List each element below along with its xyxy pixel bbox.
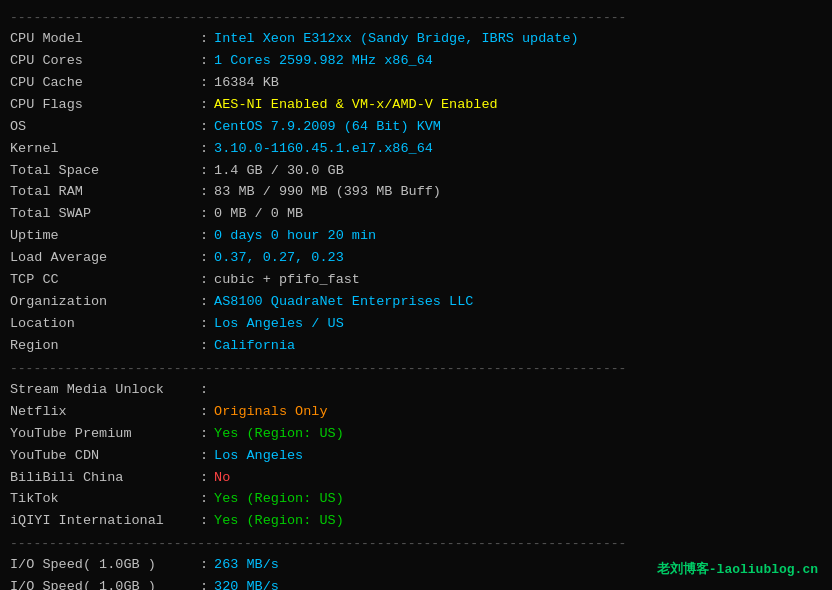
row-colon: : <box>200 270 208 291</box>
stream-colon: : <box>200 380 208 401</box>
row-label: Total Space <box>10 161 200 182</box>
table-row: I/O Speed( 1.0GB ):320 MB/s <box>10 577 822 590</box>
row-colon: : <box>200 292 208 313</box>
table-row: CPU Cores:1 Cores 2599.982 MHz x86_64 <box>10 51 822 72</box>
row-value: No <box>214 468 230 489</box>
table-row: Total RAM:83 MB / 990 MB (393 MB Buff) <box>10 182 822 203</box>
row-value: Intel Xeon E312xx (Sandy Bridge, IBRS up… <box>214 29 579 50</box>
row-label: I/O Speed( 1.0GB ) <box>10 555 200 576</box>
table-row: BiliBili China:No <box>10 468 822 489</box>
divider-top: ----------------------------------------… <box>10 10 822 25</box>
row-label: OS <box>10 117 200 138</box>
row-colon: : <box>200 402 208 423</box>
row-label: CPU Model <box>10 29 200 50</box>
row-value: AES-NI Enabled & VM-x/AMD-V Enabled <box>214 95 498 116</box>
row-label: YouTube CDN <box>10 446 200 467</box>
row-value: Yes (Region: US) <box>214 424 344 445</box>
row-colon: : <box>200 182 208 203</box>
table-row: YouTube Premium:Yes (Region: US) <box>10 424 822 445</box>
row-colon: : <box>200 446 208 467</box>
table-row: Organization:AS8100 QuadraNet Enterprise… <box>10 292 822 313</box>
row-value: 83 MB / 990 MB (393 MB Buff) <box>214 182 441 203</box>
row-label: Location <box>10 314 200 335</box>
row-colon: : <box>200 468 208 489</box>
row-label: Netflix <box>10 402 200 423</box>
row-value: Originals Only <box>214 402 327 423</box>
row-colon: : <box>200 248 208 269</box>
table-row: Uptime:0 days 0 hour 20 min <box>10 226 822 247</box>
row-colon: : <box>200 51 208 72</box>
row-value: AS8100 QuadraNet Enterprises LLC <box>214 292 473 313</box>
row-value: 0 days 0 hour 20 min <box>214 226 376 247</box>
row-value: Los Angeles <box>214 446 303 467</box>
row-value: 0.37, 0.27, 0.23 <box>214 248 344 269</box>
row-colon: : <box>200 73 208 94</box>
row-label: TikTok <box>10 489 200 510</box>
row-colon: : <box>200 336 208 357</box>
row-label: CPU Cache <box>10 73 200 94</box>
table-row: TikTok:Yes (Region: US) <box>10 489 822 510</box>
row-label: I/O Speed( 1.0GB ) <box>10 577 200 590</box>
table-row: Netflix:Originals Only <box>10 402 822 423</box>
row-colon: : <box>200 424 208 445</box>
row-value: 16384 KB <box>214 73 279 94</box>
table-row: CPU Model:Intel Xeon E312xx (Sandy Bridg… <box>10 29 822 50</box>
row-colon: : <box>200 489 208 510</box>
row-value: cubic + pfifo_fast <box>214 270 360 291</box>
row-label: Total RAM <box>10 182 200 203</box>
row-colon: : <box>200 577 208 590</box>
row-value: Los Angeles / US <box>214 314 344 335</box>
table-row: Kernel:3.10.0-1160.45.1.el7.x86_64 <box>10 139 822 160</box>
stream-label: Stream Media Unlock <box>10 380 200 401</box>
row-value: 1.4 GB / 30.0 GB <box>214 161 344 182</box>
row-label: Region <box>10 336 200 357</box>
row-label: iQIYI International <box>10 511 200 532</box>
row-colon: : <box>200 117 208 138</box>
system-section: ----------------------------------------… <box>10 10 822 376</box>
table-row: iQIYI International:Yes (Region: US) <box>10 511 822 532</box>
row-label: CPU Cores <box>10 51 200 72</box>
row-value: Yes (Region: US) <box>214 511 344 532</box>
row-colon: : <box>200 226 208 247</box>
stream-header-row: Stream Media Unlock : <box>10 380 822 401</box>
table-row: CPU Flags:AES-NI Enabled & VM-x/AMD-V En… <box>10 95 822 116</box>
row-colon: : <box>200 555 208 576</box>
media-section: Stream Media Unlock : Netflix:Originals … <box>10 380 822 551</box>
table-row: Region:California <box>10 336 822 357</box>
row-value: 320 MB/s <box>214 577 279 590</box>
row-colon: : <box>200 139 208 160</box>
table-row: TCP CC:cubic + pfifo_fast <box>10 270 822 291</box>
row-value: 1 Cores 2599.982 MHz x86_64 <box>214 51 433 72</box>
divider-mid1: ----------------------------------------… <box>10 361 822 376</box>
row-label: YouTube Premium <box>10 424 200 445</box>
row-label: Total SWAP <box>10 204 200 225</box>
media-rows: Netflix:Originals OnlyYouTube Premium:Ye… <box>10 402 822 533</box>
row-label: Kernel <box>10 139 200 160</box>
row-value: CentOS 7.9.2009 (64 Bit) KVM <box>214 117 441 138</box>
row-value: California <box>214 336 295 357</box>
table-row: Total SWAP:0 MB / 0 MB <box>10 204 822 225</box>
table-row: Location:Los Angeles / US <box>10 314 822 335</box>
row-colon: : <box>200 95 208 116</box>
table-row: OS:CentOS 7.9.2009 (64 Bit) KVM <box>10 117 822 138</box>
row-colon: : <box>200 29 208 50</box>
row-label: BiliBili China <box>10 468 200 489</box>
row-label: Uptime <box>10 226 200 247</box>
row-colon: : <box>200 511 208 532</box>
table-row: Load Average:0.37, 0.27, 0.23 <box>10 248 822 269</box>
row-label: CPU Flags <box>10 95 200 116</box>
watermark: 老刘博客-laoliublog.cn <box>657 560 818 578</box>
table-row: CPU Cache:16384 KB <box>10 73 822 94</box>
row-value: 3.10.0-1160.45.1.el7.x86_64 <box>214 139 433 160</box>
row-value: 0 MB / 0 MB <box>214 204 303 225</box>
row-colon: : <box>200 314 208 335</box>
row-label: Organization <box>10 292 200 313</box>
row-colon: : <box>200 204 208 225</box>
table-row: Total Space:1.4 GB / 30.0 GB <box>10 161 822 182</box>
system-rows: CPU Model:Intel Xeon E312xx (Sandy Bridg… <box>10 29 822 357</box>
row-label: Load Average <box>10 248 200 269</box>
row-value: Yes (Region: US) <box>214 489 344 510</box>
row-colon: : <box>200 161 208 182</box>
divider-mid2: ----------------------------------------… <box>10 536 822 551</box>
table-row: YouTube CDN:Los Angeles <box>10 446 822 467</box>
